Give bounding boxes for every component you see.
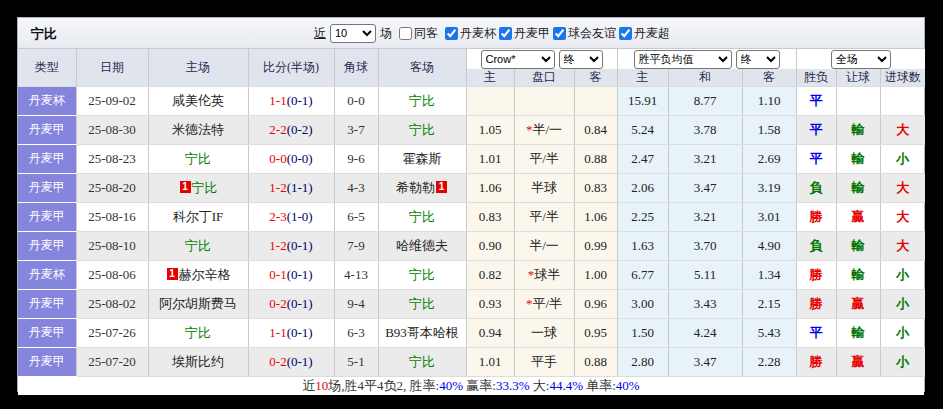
handicap-result-cell: 輸 — [836, 231, 880, 260]
stats-segment: 赢率: — [463, 377, 496, 395]
handicap-result-cell: 輸 — [836, 144, 880, 173]
table-row: 丹麦甲25-08-02阿尔胡斯费马0-2(0-1)9-4宁比0.93*平/半0.… — [18, 289, 925, 318]
score-cell: 0-2(0-1) — [248, 347, 334, 376]
matches-label: 场 — [380, 25, 392, 42]
handicap-away-odds-cell: 1.06 — [574, 202, 617, 231]
bookmaker-select[interactable]: Crow* — [481, 50, 555, 69]
date-cell: 25-08-30 — [76, 115, 148, 144]
team-name: 米德法特 — [172, 122, 224, 137]
avg-select[interactable]: 胜平负均值 — [634, 50, 732, 69]
stats-segment: 44.4% — [549, 378, 583, 394]
handicap-home-odds-cell: 0.82 — [466, 260, 514, 289]
recent-link[interactable]: 近 — [314, 25, 326, 42]
handicap-away-odds-cell: 0.96 — [574, 289, 617, 318]
league-cell: 丹麦甲 — [18, 231, 76, 260]
league-filter-checkbox[interactable] — [499, 27, 512, 40]
handicap-home-odds-cell: 0.83 — [466, 202, 514, 231]
corner-cell: 0-0 — [334, 86, 378, 115]
home-team-cell: 科尔丁IF — [148, 202, 248, 231]
team-name: 宁比 — [409, 209, 435, 224]
home-team-cell: 米德法特 — [148, 115, 248, 144]
fulltime-score: 0-1 — [269, 267, 286, 282]
goals-cell: 大 — [880, 173, 925, 202]
away-team-cell: B93哥本哈根 — [378, 318, 466, 347]
league-filter-checkbox[interactable] — [445, 27, 458, 40]
handicap-change-star: * — [528, 267, 535, 282]
handicap-away-odds-cell: 0.99 — [574, 231, 617, 260]
stats-summary: 近10场,胜4平4负2, 胜率:40% 赢率:33.3% 大:44.4% 单率:… — [18, 377, 924, 395]
same-away-filter[interactable]: 同客 — [399, 25, 438, 42]
league-filter-2[interactable]: 球会友谊 — [553, 25, 616, 42]
halftime-score: (0-1) — [287, 296, 313, 311]
league-cell: 丹麦甲 — [18, 289, 76, 318]
score-cell: 0-2(0-1) — [248, 289, 334, 318]
away-team-cell: 宁比 — [378, 86, 466, 115]
table-row: 丹麦甲25-08-201宁比1-2(1-1)4-3希勒勒11.06半球0.832… — [18, 173, 925, 202]
team-name: 宁比 — [192, 180, 218, 195]
table-row: 丹麦甲25-08-16科尔丁IF2-3(1-0)6-5宁比0.83平/半1.06… — [18, 202, 925, 231]
avg-away-cell: 1.10 — [742, 86, 796, 115]
result-cell: 勝 — [796, 289, 836, 318]
stats-segment: 40% — [439, 378, 463, 394]
goals-cell: 大 — [880, 115, 925, 144]
fulltime-score: 2-2 — [269, 122, 286, 137]
goals-cell: 小 — [880, 318, 925, 347]
corner-cell: 4-3 — [334, 173, 378, 202]
same-away-checkbox[interactable] — [399, 27, 412, 40]
fulltime-score: 0-2 — [269, 354, 286, 369]
col-goals: 进球数 — [880, 69, 925, 87]
date-cell: 25-09-02 — [76, 86, 148, 115]
halftime-score: (0-1) — [287, 267, 313, 282]
handicap-home-odds-cell — [466, 86, 514, 115]
handicap-result-cell: 贏 — [836, 289, 880, 318]
home-team-cell: 宁比 — [148, 318, 248, 347]
goals-cell: 小 — [880, 144, 925, 173]
team-name: 宁比 — [409, 267, 435, 282]
handicap-home-odds-cell: 1.01 — [466, 144, 514, 173]
league-filter-1[interactable]: 丹麦甲 — [499, 25, 550, 42]
league-filter-label: 丹麦甲 — [514, 25, 550, 42]
result-cell: 勝 — [796, 260, 836, 289]
scope-select[interactable]: 全场 — [831, 50, 891, 69]
stats-segment: 近 — [302, 377, 315, 395]
handicap-cell: *半/一 — [514, 115, 574, 144]
score-cell: 1-1(0-1) — [248, 86, 334, 115]
table-head: 类型 日期 主场 比分(半场) 角球 客场 Crow* 终 胜平负均值 — [18, 49, 925, 86]
team-name: 宁比 — [409, 296, 435, 311]
avg-home-cell: 6.77 — [617, 260, 668, 289]
handicap-home-odds-cell: 0.90 — [466, 231, 514, 260]
same-away-label: 同客 — [414, 25, 438, 42]
table-row: 丹麦杯25-08-061赫尔辛格0-1(0-1)4-13宁比0.82*球半1.0… — [18, 260, 925, 289]
league-cell: 丹麦甲 — [18, 318, 76, 347]
table-row: 丹麦甲25-08-10宁比1-2(0-1)7-9哈维德夫0.90半/一0.991… — [18, 231, 925, 260]
recent-count-select[interactable]: 10 — [330, 24, 376, 43]
league-filter-checkbox[interactable] — [553, 27, 566, 40]
handicap-cell: *球半 — [514, 260, 574, 289]
league-filter-3[interactable]: 丹麦超 — [619, 25, 670, 42]
avg-state-select[interactable]: 终 — [736, 50, 780, 69]
league-cell: 丹麦杯 — [18, 86, 76, 115]
away-team-cell: 宁比 — [378, 260, 466, 289]
home-team-cell: 咸美伦英 — [148, 86, 248, 115]
stats-segment: 场,胜4平4负2, 胜率: — [328, 377, 439, 395]
team-name: 赫尔辛格 — [179, 267, 231, 282]
fulltime-score: 1-1 — [269, 93, 286, 108]
col-type: 类型 — [18, 49, 76, 86]
date-cell: 25-07-26 — [76, 318, 148, 347]
team-name: 宁比 — [409, 122, 435, 137]
col-avg-draw: 和 — [668, 69, 742, 87]
avg-draw-cell: 3.70 — [668, 231, 742, 260]
avg-draw-cell: 4.24 — [668, 318, 742, 347]
result-cell: 勝 — [796, 347, 836, 376]
score-cell: 1-2(1-1) — [248, 173, 334, 202]
league-filters: 丹麦杯丹麦甲球会友谊丹麦超 — [442, 25, 670, 42]
col-result: 胜负 — [796, 69, 836, 87]
bookmaker-state-select[interactable]: 终 — [559, 50, 603, 69]
handicap-result-cell: 贏 — [836, 347, 880, 376]
league-filter-checkbox[interactable] — [619, 27, 632, 40]
select-row: 类型 日期 主场 比分(半场) 角球 客场 Crow* 终 胜平负均值 — [18, 49, 925, 69]
fulltime-score: 0-0 — [269, 151, 286, 166]
handicap-cell: *平/半 — [514, 289, 574, 318]
league-filter-0[interactable]: 丹麦杯 — [445, 25, 496, 42]
away-team-cell: 宁比 — [378, 347, 466, 376]
